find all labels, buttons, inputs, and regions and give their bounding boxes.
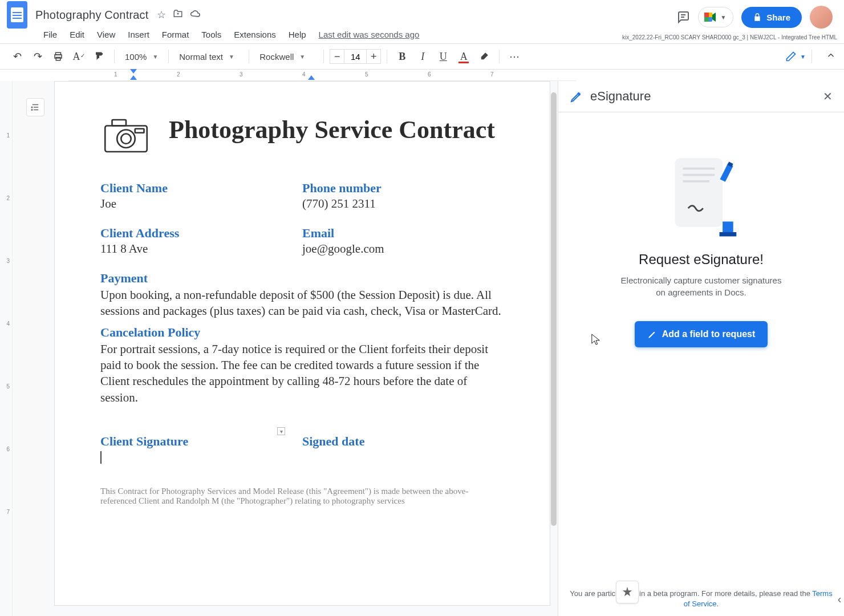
outline-button[interactable] (26, 98, 44, 116)
phone-label: Phone number (302, 181, 504, 196)
menu-format[interactable]: Format (156, 27, 195, 42)
svg-point-13 (31, 110, 33, 111)
underline-button[interactable]: U (434, 47, 452, 66)
svg-rect-15 (112, 120, 127, 126)
pen-icon (647, 329, 658, 339)
svg-marker-7 (130, 75, 137, 80)
horizontal-ruler[interactable]: 1 2 3 4 5 6 7 (68, 70, 576, 81)
document-page[interactable]: Photography Service Contract Client Name… (54, 81, 550, 606)
panel-title: eSignature (590, 89, 816, 104)
payment-body: Upon booking, a non-refundable deposit o… (100, 287, 504, 319)
menu-file[interactable]: File (38, 27, 63, 42)
email-label: Email (302, 226, 504, 241)
comments-icon[interactable] (676, 10, 690, 24)
scrollbar-thumb[interactable] (551, 92, 557, 526)
bold-button[interactable]: B (393, 47, 411, 66)
signed-date-label: Signed date (302, 434, 504, 449)
account-avatar[interactable] (810, 6, 833, 29)
spellcheck-button[interactable]: A✓ (70, 47, 88, 66)
undo-button[interactable]: ↶ (8, 47, 26, 66)
cancel-label: Cancelation Policy (100, 325, 504, 340)
text-cursor (100, 451, 102, 464)
cancel-body: For portrait sessions, a 7-day notice is… (100, 341, 504, 406)
chevron-down-icon: ▼ (720, 14, 726, 21)
italic-button[interactable]: I (413, 47, 432, 66)
esignature-icon (570, 90, 583, 103)
hide-menus-button[interactable] (826, 50, 836, 63)
decrease-font-button[interactable]: − (330, 49, 344, 64)
share-button[interactable]: Share (741, 7, 802, 28)
client-signature-label: Client Signature (100, 434, 302, 449)
star-icon[interactable]: ☆ (157, 9, 166, 22)
svg-marker-6 (130, 69, 137, 74)
svg-rect-18 (135, 129, 144, 133)
text-color-button[interactable]: A (455, 47, 473, 66)
menu-view[interactable]: View (91, 27, 121, 42)
last-edit-link[interactable]: Last edit was seconds ago (319, 30, 420, 39)
font-size-input[interactable]: 14 (344, 49, 366, 64)
move-icon[interactable] (173, 9, 183, 22)
zoom-select[interactable]: 100%▼ (120, 48, 163, 64)
build-string: kix_2022.22-Fri_RC00 SCARY SHARD000 gc_3… (622, 34, 837, 40)
menu-help[interactable]: Help (283, 27, 312, 42)
font-select[interactable]: Rockwell▼ (255, 48, 318, 64)
increase-font-button[interactable]: + (366, 49, 381, 64)
redo-button[interactable]: ↷ (29, 47, 47, 66)
cloud-status-icon[interactable] (190, 9, 201, 22)
footer-text: This Contract for Photography Services a… (100, 487, 504, 506)
highlight-button[interactable] (475, 47, 493, 66)
menu-edit[interactable]: Edit (64, 27, 90, 42)
menu-extensions[interactable]: Extensions (228, 27, 281, 42)
paint-format-button[interactable] (90, 47, 108, 66)
svg-point-12 (31, 107, 33, 108)
panel-footer: You are participating in a beta program.… (558, 582, 844, 616)
client-name-value: Joe (100, 197, 302, 211)
esignature-illustration (664, 152, 738, 238)
panel-description: Electronically capture customer signatur… (616, 274, 787, 298)
menu-insert[interactable]: Insert (122, 27, 155, 42)
client-name-label: Client Name (100, 181, 302, 196)
esignature-panel: eSignature ✕ Request eSignature! Electro… (558, 81, 844, 616)
document-title[interactable]: Photography Contract (35, 9, 149, 22)
field-dropdown-handle[interactable]: ▾ (277, 427, 285, 435)
paragraph-style-select[interactable]: Normal text▼ (175, 48, 243, 64)
panel-heading: Request eSignature! (639, 252, 764, 268)
meet-button[interactable]: ▼ (698, 7, 733, 27)
share-label: Share (766, 13, 790, 22)
svg-rect-22 (723, 221, 733, 233)
svg-point-17 (121, 134, 131, 144)
editing-mode-button[interactable]: ▼ (785, 51, 806, 62)
camera-icon (100, 116, 152, 156)
address-value: 111 8 Ave (100, 242, 302, 256)
address-label: Client Address (100, 226, 302, 241)
explore-button[interactable] (616, 581, 639, 603)
menu-tools[interactable]: Tools (196, 27, 227, 42)
document-heading: Photography Service Contract (169, 116, 495, 145)
show-sidebar-button[interactable]: ‹ (838, 593, 842, 606)
lock-icon (753, 13, 762, 22)
phone-value: (770) 251 2311 (302, 197, 504, 211)
svg-rect-23 (719, 232, 736, 236)
vertical-ruler[interactable]: 123 4567 (0, 81, 13, 616)
svg-marker-8 (308, 75, 315, 80)
email-value: joe@google.com (302, 242, 504, 256)
docs-logo-icon[interactable] (7, 1, 27, 29)
pencil-icon (785, 51, 797, 62)
svg-point-16 (117, 130, 135, 148)
add-field-button[interactable]: Add a field to request (635, 321, 768, 347)
add-field-label: Add a field to request (662, 329, 756, 339)
print-button[interactable] (49, 47, 67, 66)
close-panel-button[interactable]: ✕ (823, 90, 833, 103)
more-tools-button[interactable]: ⋯ (505, 47, 524, 66)
toolbar: ↶ ↷ A✓ 100%▼ Normal text▼ Rockwell▼ − 14… (0, 43, 844, 70)
payment-label: Payment (100, 271, 504, 286)
